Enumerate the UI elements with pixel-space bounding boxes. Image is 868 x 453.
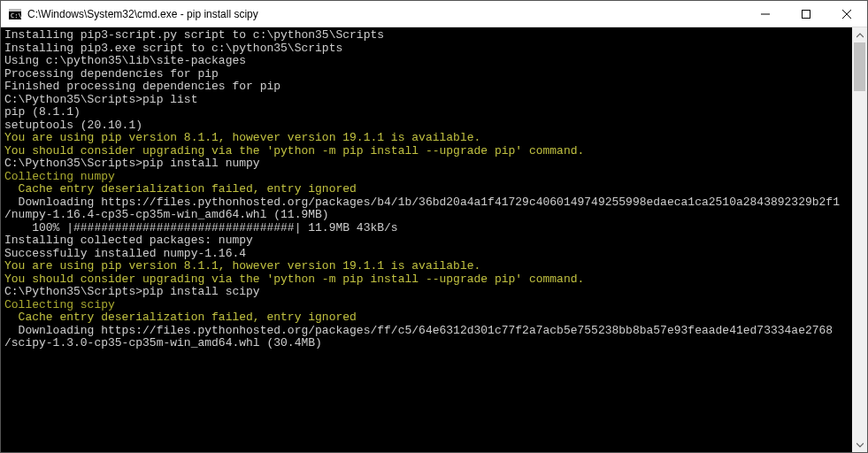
console-line: /scipy-1.3.0-cp35-cp35m-win_amd64.whl (3… [4, 337, 850, 350]
console-area: Installing pip3-script.py script to c:\p… [1, 27, 867, 452]
console-line: You are using pip version 8.1.1, however… [4, 260, 850, 273]
svg-rect-1 [9, 9, 21, 12]
console-line: Installing pip3.exe script to c:\python3… [4, 42, 850, 56]
close-button[interactable] [826, 1, 867, 27]
console-line: Installing pip3-script.py script to c:\p… [4, 29, 850, 42]
console-line: You should consider upgrading via the 'p… [4, 145, 850, 158]
minimize-button[interactable] [745, 1, 786, 27]
scroll-up-button[interactable] [852, 27, 867, 42]
maximize-icon [802, 10, 810, 19]
console-line: C:\Python35\Scripts>pip list [4, 94, 850, 107]
window-controls [745, 1, 867, 27]
window-title: C:\Windows\System32\cmd.exe - pip instal… [27, 8, 745, 20]
console-line: C:\Python35\Scripts>pip install scipy [4, 286, 850, 299]
svg-rect-4 [803, 10, 810, 18]
titlebar: C:\ C:\Windows\System32\cmd.exe - pip in… [1, 1, 867, 27]
cmd-icon: C:\ [8, 7, 22, 21]
console-line: Downloading https://files.pythonhosted.o… [4, 196, 850, 210]
console-output[interactable]: Installing pip3-script.py script to c:\p… [1, 27, 852, 452]
maximize-button[interactable] [786, 1, 826, 27]
scroll-down-button[interactable] [852, 437, 867, 452]
minimize-icon [761, 10, 770, 19]
console-line: Downloading https://files.pythonhosted.o… [4, 325, 850, 338]
console-line: Installing collected packages: numpy [4, 234, 850, 248]
close-icon [842, 10, 851, 19]
chevron-up-icon [856, 33, 864, 38]
console-line: Successfully installed numpy-1.16.4 [4, 248, 850, 261]
console-line: Processing dependencies for pip [4, 68, 850, 81]
svg-text:C:\: C:\ [11, 12, 21, 19]
console-line: setuptools (20.10.1) [4, 119, 850, 133]
cmd-window: C:\ C:\Windows\System32\cmd.exe - pip in… [0, 0, 868, 453]
console-line: Finished processing dependencies for pip [4, 81, 850, 94]
console-line: Cache entry deserialization failed, entr… [4, 183, 850, 196]
console-line: You are using pip version 8.1.1, however… [4, 132, 850, 145]
console-line: pip (8.1.1) [4, 106, 850, 119]
console-line: Cache entry deserialization failed, entr… [4, 311, 850, 325]
console-line: You should consider upgrading via the 'p… [4, 273, 850, 287]
vertical-scrollbar[interactable] [852, 27, 867, 452]
scroll-thumb[interactable] [854, 42, 865, 91]
console-line: /numpy-1.16.4-cp35-cp35m-win_amd64.whl (… [4, 209, 850, 222]
chevron-down-icon [856, 442, 864, 448]
console-line: Using c:\python35\lib\site-packages [4, 55, 850, 68]
console-line: Collecting numpy [4, 171, 850, 184]
console-line: C:\Python35\Scripts>pip install numpy [4, 157, 850, 171]
console-line: Collecting scipy [4, 299, 850, 312]
console-line: 100% |################################| … [4, 222, 850, 235]
